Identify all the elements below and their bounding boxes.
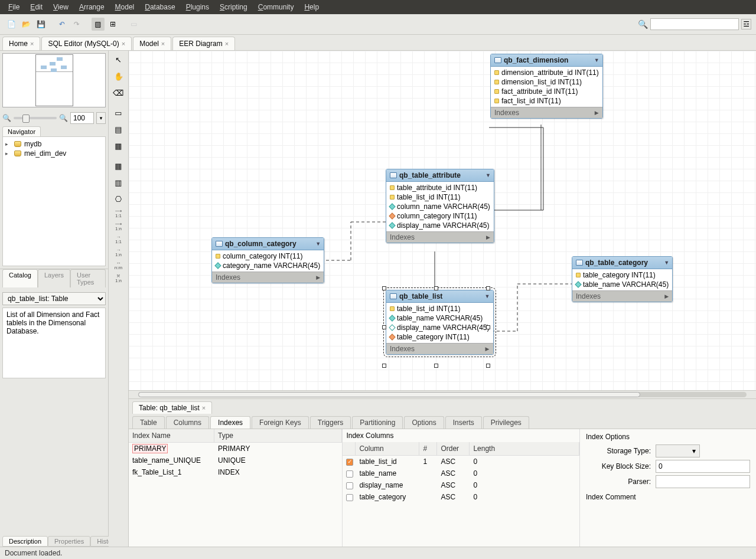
collapse-icon[interactable]: ▼: [485, 293, 490, 299]
indexes-section[interactable]: Indexes▶: [386, 343, 493, 354]
entity-table_attribute[interactable]: qb_table_attribute▼table_attribute_id IN…: [386, 169, 494, 243]
column-row[interactable]: table_name VARCHAR(45): [572, 280, 672, 289]
tree-item[interactable]: ▸mei_dim_dev: [5, 149, 103, 158]
column-row[interactable]: fact_attribute_id INT(11): [491, 87, 602, 96]
column-row[interactable]: table_category INT(11): [572, 270, 672, 280]
routine-group-tool[interactable]: ⎔: [112, 192, 125, 205]
undo-icon[interactable]: ↶: [56, 18, 69, 31]
index-row[interactable]: table_name_UNIQUEUNIQUE: [129, 455, 342, 466]
entity-column_category[interactable]: qb_column_category▼column_category INT(1…: [211, 237, 324, 283]
search-input[interactable]: [650, 18, 739, 30]
entity-table_category[interactable]: qb_table_category▼table_category INT(11)…: [572, 256, 673, 302]
parser-input[interactable]: [656, 475, 750, 488]
indexes-section[interactable]: Indexes▶: [491, 107, 602, 118]
entity-header[interactable]: qb_table_category▼: [572, 257, 672, 269]
pointer-tool[interactable]: ↖: [112, 53, 125, 66]
menu-file[interactable]: File: [4, 1, 24, 13]
rel-1-n-id-tool[interactable]: →1:n: [110, 248, 127, 257]
new-file-icon[interactable]: 📄: [5, 18, 18, 31]
menu-community[interactable]: Community: [253, 1, 299, 13]
menu-view[interactable]: View: [48, 1, 73, 13]
zoom-dropdown[interactable]: ▾: [96, 112, 106, 124]
close-icon[interactable]: ×: [122, 40, 125, 47]
zoom-input[interactable]: [70, 112, 94, 124]
index-column-row[interactable]: table_categoryASC0: [343, 491, 579, 503]
column-row[interactable]: table_attribute_id INT(11): [386, 183, 494, 192]
close-icon[interactable]: ×: [202, 404, 206, 411]
doc-tab[interactable]: Model ×: [133, 37, 171, 50]
index-column-row[interactable]: table_nameASC0: [343, 468, 579, 479]
checkbox[interactable]: [346, 482, 353, 489]
note-tool[interactable]: ▤: [112, 123, 125, 136]
object-selector[interactable]: qb_table_list: Table: [2, 292, 106, 305]
column-row[interactable]: display_name VARCHAR(45): [386, 221, 494, 230]
layer-tool[interactable]: ▭: [112, 106, 125, 119]
column-row[interactable]: table_category INT(11): [386, 332, 493, 342]
column-row[interactable]: table_list_id INT(11): [386, 304, 493, 313]
panel-tab[interactable]: Description: [2, 536, 48, 547]
editor-subtab[interactable]: Triggers: [310, 416, 351, 429]
editor-subtab[interactable]: Table: [132, 416, 165, 429]
toggle-grid-icon[interactable]: ▨: [92, 18, 105, 31]
doc-tab[interactable]: EER Diagram ×: [172, 37, 235, 50]
storage-type-dropdown[interactable]: ▾: [656, 444, 700, 457]
editor-subtab[interactable]: Partitioning: [352, 416, 403, 429]
hand-tool[interactable]: ✋: [112, 70, 125, 83]
tree-item[interactable]: ▸mydb: [5, 139, 103, 149]
menu-help[interactable]: Help: [299, 1, 324, 13]
doc-tab[interactable]: SQL Editor (MySQL-0) ×: [41, 37, 132, 50]
editor-tab[interactable]: Table: qb_table_list×: [132, 401, 212, 414]
collapse-icon[interactable]: ▼: [664, 260, 669, 266]
align-icon[interactable]: ⊞: [106, 18, 119, 31]
checkbox[interactable]: [346, 459, 353, 466]
collapse-icon[interactable]: ▼: [594, 57, 599, 63]
image-tool[interactable]: ▦: [112, 139, 125, 152]
rel-1-1-tool[interactable]: ⟶1:1: [110, 209, 127, 218]
key-block-size-input[interactable]: [656, 460, 750, 473]
editor-subtab[interactable]: Columns: [166, 416, 209, 429]
view-tool[interactable]: ▥: [112, 176, 125, 189]
column-row[interactable]: table_list_id INT(11): [386, 192, 494, 202]
entity-header[interactable]: qb_fact_dimension▼: [491, 54, 602, 67]
rel-1-n-tool[interactable]: ⟶1:n: [110, 222, 127, 231]
close-icon[interactable]: ×: [161, 40, 165, 47]
open-file-icon[interactable]: 📂: [19, 18, 32, 31]
menu-edit[interactable]: Edit: [25, 1, 47, 13]
menu-database[interactable]: Database: [140, 1, 180, 13]
editor-subtab[interactable]: Inserts: [445, 416, 482, 429]
panel-tab[interactable]: Properties: [48, 536, 90, 547]
menu-plugins[interactable]: Plugins: [181, 1, 214, 13]
zoom-slider[interactable]: [14, 117, 57, 119]
column-row[interactable]: column_category INT(11): [212, 251, 324, 261]
editor-subtab[interactable]: Foreign Keys: [252, 416, 309, 429]
rel-n-m-tool[interactable]: ↔n:m: [110, 261, 127, 270]
navigator-tab[interactable]: Navigator: [2, 126, 41, 136]
close-icon[interactable]: ×: [225, 40, 229, 47]
menu-arrange[interactable]: Arrange: [74, 1, 109, 13]
table-tool[interactable]: ▦: [112, 159, 125, 172]
notation-icon[interactable]: ▭: [128, 18, 141, 31]
catalog-tab[interactable]: Catalog: [2, 269, 38, 287]
rel-1-1-id-tool[interactable]: →1:1: [110, 235, 127, 244]
column-row[interactable]: column_name VARCHAR(45): [386, 202, 494, 211]
editor-subtab[interactable]: Indexes: [210, 416, 250, 429]
close-icon[interactable]: ×: [30, 40, 34, 47]
entity-header[interactable]: qb_table_list▼: [386, 290, 493, 303]
menu-model[interactable]: Model: [110, 1, 139, 13]
entity-header[interactable]: qb_table_attribute▼: [386, 169, 494, 182]
column-row[interactable]: column_category INT(11): [386, 211, 494, 221]
eraser-tool[interactable]: ⌫: [112, 86, 125, 99]
index-column-row[interactable]: table_list_id1ASC0: [343, 456, 579, 468]
index-row[interactable]: PRIMARYPRIMARY: [129, 443, 342, 455]
editor-subtab[interactable]: Options: [404, 416, 444, 429]
indexes-section[interactable]: Indexes▶: [212, 272, 324, 283]
column-row[interactable]: dimension_attribute_id INT(11): [491, 68, 602, 77]
save-icon[interactable]: 💾: [34, 18, 47, 31]
menu-scripting[interactable]: Scripting: [215, 1, 252, 13]
canvas-horizontal-scrollbar[interactable]: [129, 390, 756, 398]
column-row[interactable]: category_name VARCHAR(45): [212, 261, 324, 270]
index-column-row[interactable]: display_nameASC0: [343, 479, 579, 491]
redo-icon[interactable]: ↷: [70, 18, 83, 31]
indexes-section[interactable]: Indexes▶: [572, 290, 672, 302]
rel-pick-tool[interactable]: ⤱1:n: [110, 274, 127, 283]
